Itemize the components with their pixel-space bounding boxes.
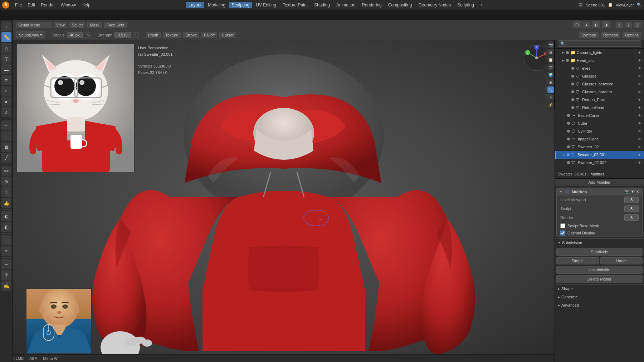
sc-item-glasses-borders[interactable]: ▽ Glasses_borders 👁 [555, 88, 644, 96]
viewport-shading-mat[interactable]: ◐ [592, 21, 600, 28]
overlay-btn[interactable]: ⬡ [573, 21, 581, 28]
tool-transform[interactable]: ↔ [1, 259, 11, 269]
sculpt-menu[interactable]: Sculpt [69, 22, 86, 28]
remesh-btn[interactable]: Remesh [601, 32, 620, 38]
tool-grab[interactable]: ↕ [1, 21, 11, 31]
add-modifier-btn[interactable]: Add Modifier [555, 179, 644, 186]
menu-window[interactable]: Window [58, 2, 79, 8]
dyntopo-btn[interactable]: Dyntopo [579, 32, 599, 38]
side-physics-icon[interactable]: ⚡ [547, 101, 554, 108]
unsubdivide-btn[interactable]: Unsubdivide [556, 266, 643, 274]
sc-item-head-stuff[interactable]: ▶ 📁 Head_stuff 👁 [555, 56, 644, 64]
falloff-menu[interactable]: Falloff [201, 32, 217, 38]
brush-type-selector[interactable]: SculptDraw ▾ [16, 31, 45, 38]
tool-smooth[interactable]: ~ [1, 120, 11, 130]
viewport-shading-solid[interactable]: ● [583, 22, 590, 28]
tool-lasso-select[interactable]: ⌖ [1, 246, 11, 256]
tool-move[interactable]: ✛ [1, 270, 11, 280]
strength-input[interactable]: 0.519 [114, 32, 131, 38]
side-object-icon[interactable]: ◉ [547, 79, 554, 85]
sc-item-sweater-02[interactable]: ▽ Sweater_02 👁 [555, 143, 644, 151]
tool-layer[interactable]: ≡ [1, 75, 11, 85]
radius-input[interactable]: 46 px [67, 32, 83, 38]
sc-item-retopo-ears[interactable]: ▽ Retopo_Ears 👁 [555, 96, 644, 104]
eye-icon[interactable]: 👁 [638, 51, 641, 55]
sculpt-value[interactable]: 3 [624, 205, 639, 212]
sc-item-sweater-02-001[interactable]: ▷ ▽ Sweater_02.001 👁 [555, 151, 644, 159]
workspace-texture[interactable]: Texture Paint [280, 2, 311, 8]
workspace-add[interactable]: + [478, 2, 486, 8]
view-menu[interactable]: View [54, 22, 67, 28]
generate-section[interactable]: ▶ Generate [555, 293, 644, 301]
workspace-animation[interactable]: Animation [333, 2, 358, 8]
tool-flatten[interactable]: _ [1, 131, 11, 141]
modifier-close-icon[interactable]: ✕ [636, 189, 639, 194]
tool-thumb[interactable]: 👍 [1, 198, 11, 208]
advanced-section[interactable]: ▶ Advanced [555, 301, 644, 309]
tool-scrape[interactable]: ╱ [1, 153, 11, 163]
side-output-icon[interactable]: 🖥 [547, 49, 554, 55]
sc-item-sweater-02-002[interactable]: ▽ Sweater_02.002 👁 [555, 159, 644, 167]
workspace-sculpting[interactable]: Sculpting [229, 2, 252, 8]
mode-selector[interactable]: Sculpt Mode [16, 22, 52, 28]
facesets-menu[interactable]: Face Sets [104, 22, 127, 28]
tool-pinch[interactable]: >< [1, 166, 11, 176]
tool-snake-hook[interactable]: ⤴ [1, 187, 11, 197]
mask-menu[interactable]: Mask [87, 22, 102, 28]
subdivision-section[interactable]: ▼ Subdivision [555, 238, 644, 247]
symmetry-z[interactable]: Z [634, 22, 641, 28]
texture-menu[interactable]: Texture [163, 32, 181, 38]
tool-draw-sharp[interactable]: △ [1, 43, 11, 53]
tool-sculpt-draw[interactable]: ✏️ [1, 32, 11, 42]
radius-icon[interactable]: ○ [85, 32, 91, 38]
tool-inflate[interactable]: ○ [1, 86, 11, 96]
menu-file[interactable]: File [12, 2, 25, 8]
sc-item-glasses[interactable]: ▽ Glasses 👁 [555, 72, 644, 80]
options-btn[interactable]: Options [623, 32, 641, 38]
symmetry-y[interactable]: Y [625, 22, 632, 28]
brush-menu[interactable]: Brush [146, 32, 161, 38]
tool-fill[interactable]: ▦ [1, 142, 11, 152]
eye-icon[interactable]: 👁 [638, 59, 641, 63]
optimal-display-checkbox[interactable] [560, 230, 565, 235]
shape-section[interactable]: ▶ Shape [555, 284, 644, 293]
tool-draw-faceset[interactable]: ◧ [1, 222, 11, 232]
sc-item-imageplane[interactable]: ▭ ImagePlane 👁 [555, 135, 644, 143]
delete-higher-btn[interactable]: Delete Higher [556, 275, 643, 283]
workspace-compositing[interactable]: Compositing [385, 2, 415, 8]
cursor-menu[interactable]: Cursor [219, 32, 236, 38]
viewport-shading-render[interactable]: ◑ [602, 21, 610, 28]
side-world-icon[interactable]: 🌍 [547, 71, 554, 78]
menu-edit[interactable]: Edit [25, 2, 38, 8]
strength-icon[interactable]: ↑ [133, 32, 139, 38]
modifier-cam-icon[interactable]: 📷 [624, 189, 629, 194]
sc-item-retopohead[interactable]: ▽ RetopoHead 👁 [555, 104, 644, 111]
menu-help[interactable]: Help [79, 2, 93, 8]
search-icon[interactable]: 🔍 [637, 3, 642, 7]
scene-search-input[interactable] [558, 40, 641, 47]
main-viewport[interactable]: ... [13, 40, 555, 362]
workspace-rendering[interactable]: Rendering [359, 2, 384, 8]
workspace-modeling[interactable]: Modeling [205, 2, 228, 8]
menu-render[interactable]: Render [38, 2, 58, 8]
multires-header[interactable]: ▼ ⬡ Multires 📷 👁 ✕ [557, 188, 642, 195]
tool-magnify[interactable]: ⊕ [1, 177, 11, 187]
tool-blob[interactable]: ● [1, 96, 11, 106]
sc-item-cube[interactable]: ⬡ Cube 👁 [555, 119, 644, 127]
sc-item-eyes[interactable]: ▽ eyes 👁 [555, 64, 644, 72]
sc-item-camera-lights[interactable]: ▶ 📁 Camera_lights 👁 [555, 49, 644, 56]
side-view-icon[interactable]: 📋 [547, 56, 554, 63]
workspace-layout[interactable]: Layout [186, 2, 204, 8]
workspace-shading[interactable]: Shading [311, 2, 333, 8]
sc-item-cylinder[interactable]: ⬡ Cylinder 👁 [555, 127, 644, 135]
side-particles-icon[interactable]: ⚛ [547, 94, 554, 100]
modifier-vis-icon[interactable]: 👁 [631, 189, 635, 194]
tool-mask[interactable]: ◐ [1, 211, 11, 221]
tool-crease[interactable]: ∧ [1, 107, 11, 117]
side-scene-icon[interactable]: 🎬 [547, 64, 554, 70]
tool-clay[interactable]: ◫ [1, 54, 11, 64]
symmetry-x[interactable]: X [616, 22, 623, 28]
sc-item-glasses-between[interactable]: ▽ Glasses_between 👁 [555, 80, 644, 88]
workspace-geonodes[interactable]: Geometry Nodes [415, 2, 454, 8]
sc-item-beziercurve[interactable]: 〜 BezierCurve 👁 [555, 111, 644, 119]
